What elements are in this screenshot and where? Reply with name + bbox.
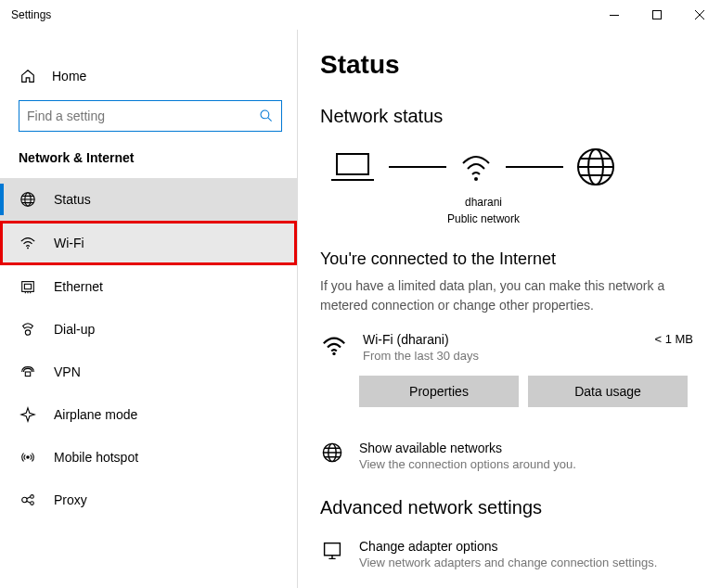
adapter-title: Change adapter options (359, 539, 657, 554)
search-icon (259, 109, 274, 123)
svg-point-10 (26, 455, 30, 459)
diagram-line (506, 166, 563, 168)
show-available-networks[interactable]: Show available networks View the connect… (320, 441, 699, 471)
vpn-icon (19, 363, 37, 381)
svg-rect-14 (337, 154, 368, 174)
diagram-network-type: Public network (428, 211, 539, 227)
router-wifi-icon (457, 148, 495, 185)
change-adapter-options[interactable]: Change adapter options View network adap… (320, 539, 699, 569)
close-button[interactable] (678, 0, 721, 30)
home-label: Home (52, 69, 86, 83)
sidebar-item-label: Mobile hotspot (54, 450, 138, 465)
svg-rect-0 (610, 15, 619, 16)
svg-point-2 (261, 110, 269, 119)
available-sub: View the connection options around you. (359, 457, 576, 471)
svg-point-8 (25, 330, 30, 335)
adapter-sub: View network adapters and change connect… (359, 556, 657, 569)
laptop-icon (328, 148, 378, 185)
sidebar-item-ethernet[interactable]: Ethernet (0, 265, 297, 308)
svg-rect-6 (22, 282, 34, 292)
network-diagram (320, 146, 699, 188)
sidebar-item-label: Airplane mode (54, 407, 137, 422)
sidebar-item-proxy[interactable]: Proxy (0, 479, 297, 521)
globe-icon (19, 190, 37, 209)
network-status-title: Network status (320, 106, 699, 127)
connected-desc: If you have a limited data plan, you can… (320, 276, 691, 315)
connected-title: You're connected to the Internet (320, 249, 699, 269)
svg-point-13 (31, 502, 34, 505)
available-title: Show available networks (359, 441, 576, 455)
data-usage-button[interactable]: Data usage (528, 376, 688, 407)
wifi-icon (19, 234, 37, 252)
svg-rect-1 (653, 11, 662, 19)
svg-rect-7 (24, 284, 31, 288)
airplane-icon (19, 405, 37, 424)
sidebar-item-label: Proxy (54, 492, 87, 507)
home-nav[interactable]: Home (0, 58, 297, 95)
category-title: Network & Internet (0, 150, 297, 178)
minimize-button[interactable] (593, 0, 636, 30)
sidebar-item-wifi[interactable]: Wi-Fi (0, 221, 297, 265)
svg-point-12 (31, 495, 34, 499)
connection-name: Wi-Fi (dharani) (363, 332, 639, 347)
search-input-wrapper[interactable] (19, 100, 282, 132)
svg-point-15 (474, 177, 478, 181)
proxy-icon (19, 491, 37, 509)
globe-icon (320, 441, 344, 465)
maximize-button[interactable] (636, 0, 678, 30)
properties-button[interactable]: Properties (359, 376, 519, 407)
sidebar-item-label: VPN (54, 364, 81, 379)
svg-point-11 (22, 497, 27, 502)
sidebar-item-label: Dial-up (54, 322, 95, 337)
adapter-icon (320, 539, 344, 563)
dialup-icon (19, 320, 37, 339)
page-title: Status (320, 50, 699, 80)
svg-rect-21 (325, 543, 341, 556)
svg-point-5 (27, 248, 29, 249)
sidebar-item-label: Ethernet (54, 279, 103, 294)
connection-sub: From the last 30 days (363, 349, 639, 363)
diagram-line (389, 166, 446, 168)
sidebar-item-status[interactable]: Status (0, 178, 297, 221)
svg-rect-9 (25, 372, 30, 377)
internet-globe-icon (574, 146, 617, 188)
advanced-title: Advanced network settings (320, 497, 699, 518)
wifi-icon (320, 332, 348, 360)
home-icon (19, 67, 37, 85)
connection-usage: < 1 MB (654, 332, 699, 346)
svg-point-18 (332, 352, 335, 355)
window-title: Settings (11, 8, 51, 21)
sidebar-item-label: Wi-Fi (54, 236, 84, 250)
diagram-network-name: dharani (428, 194, 539, 211)
search-input[interactable] (27, 109, 259, 123)
sidebar-item-hotspot[interactable]: Mobile hotspot (0, 436, 297, 479)
hotspot-icon (19, 448, 37, 467)
sidebar-item-dialup[interactable]: Dial-up (0, 308, 297, 351)
sidebar-item-airplane[interactable]: Airplane mode (0, 393, 297, 436)
ethernet-icon (19, 277, 37, 296)
sidebar-item-vpn[interactable]: VPN (0, 351, 297, 393)
sidebar-item-label: Status (54, 192, 91, 207)
